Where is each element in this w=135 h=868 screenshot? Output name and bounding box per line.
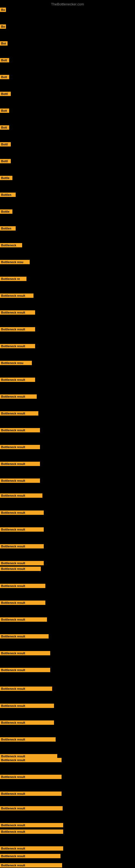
bottleneck-label-6: Bottl bbox=[0, 92, 11, 96]
site-title: TheBottlenecker.com bbox=[51, 2, 84, 6]
bottleneck-label-28: Bottleneck result bbox=[0, 462, 40, 466]
bottleneck-label-2: Bo bbox=[0, 24, 6, 29]
bottleneck-label-34: Bottleneck result bbox=[0, 561, 44, 565]
bottleneck-label-27: Bottleneck result bbox=[0, 445, 40, 449]
bottleneck-label-40: Bottleneck result bbox=[0, 651, 50, 655]
bottleneck-label-30: Bottleneck result bbox=[0, 493, 42, 498]
bottleneck-label-29: Bottleneck result bbox=[0, 478, 40, 483]
bottleneck-label-9: Bottl bbox=[0, 142, 11, 147]
bottleneck-label-11: Bottle bbox=[0, 176, 12, 180]
bottleneck-label-20: Bottleneck result bbox=[0, 327, 35, 332]
bottleneck-label-35: Bottleneck result bbox=[0, 567, 41, 571]
bottleneck-label-52: Bottleneck result bbox=[0, 830, 63, 834]
bottleneck-label-50: Bottleneck result bbox=[0, 806, 63, 810]
bottleneck-label-3: Bot bbox=[0, 41, 8, 45]
bottleneck-label-48: Bottleneck result bbox=[0, 775, 61, 779]
bottleneck-label-47: Bottleneck result bbox=[0, 758, 61, 762]
bottleneck-label-16: Bottleneck resu bbox=[0, 260, 30, 264]
bottleneck-label-23: Bottleneck result bbox=[0, 378, 35, 382]
bottleneck-label-42: Bottleneck result bbox=[0, 686, 52, 691]
bottleneck-label-44: Bottleneck result bbox=[0, 720, 54, 725]
bottleneck-label-22: Bottleneck resu bbox=[0, 361, 32, 365]
bottleneck-label-1: Bo bbox=[0, 8, 6, 12]
bottleneck-label-33: Bottleneck result bbox=[0, 544, 44, 549]
bottleneck-label-25: Bottleneck result bbox=[0, 411, 38, 415]
bottleneck-label-26: Bottleneck result bbox=[0, 428, 40, 432]
bottleneck-label-12: Bottlen bbox=[0, 193, 16, 197]
bottleneck-label-55: Bottleneck result bbox=[0, 863, 62, 867]
bottleneck-label-4: Bott bbox=[0, 58, 9, 62]
bottleneck-label-14: Bottlen bbox=[0, 226, 16, 230]
bottleneck-label-18: Bottleneck result bbox=[0, 293, 34, 298]
bottleneck-label-31: Bottleneck result bbox=[0, 510, 44, 515]
bottleneck-label-36: Bottleneck result bbox=[0, 584, 45, 588]
bottleneck-label-24: Bottleneck result bbox=[0, 394, 37, 399]
bottleneck-label-54: Bottleneck result bbox=[0, 854, 60, 858]
bottleneck-label-41: Bottleneck result bbox=[0, 668, 50, 672]
bottleneck-label-15: Bottleneck bbox=[0, 243, 22, 247]
bottleneck-label-5: Bott bbox=[0, 75, 9, 79]
bottleneck-label-13: Bottle bbox=[0, 209, 12, 214]
bottleneck-label-8: Bott bbox=[0, 125, 9, 130]
bottleneck-label-43: Bottleneck result bbox=[0, 704, 54, 708]
bottleneck-label-51: Bottleneck result bbox=[0, 823, 63, 827]
bottleneck-label-38: Bottleneck result bbox=[0, 617, 47, 622]
bottleneck-label-17: Bottleneck re bbox=[0, 277, 27, 281]
bottleneck-label-53: Bottleneck result bbox=[0, 846, 63, 850]
bottleneck-label-39: Bottleneck result bbox=[0, 634, 49, 639]
bottleneck-label-49: Bottleneck result bbox=[0, 792, 61, 796]
bottleneck-label-45: Bottleneck result bbox=[0, 737, 56, 742]
bottleneck-label-21: Bottleneck result bbox=[0, 344, 35, 348]
bottleneck-label-37: Bottleneck result bbox=[0, 600, 45, 605]
bottleneck-label-32: Bottleneck result bbox=[0, 527, 44, 532]
bottleneck-label-10: Bottl bbox=[0, 159, 11, 163]
bottleneck-label-19: Bottleneck result bbox=[0, 310, 35, 315]
bottleneck-label-7: Bott bbox=[0, 108, 9, 113]
